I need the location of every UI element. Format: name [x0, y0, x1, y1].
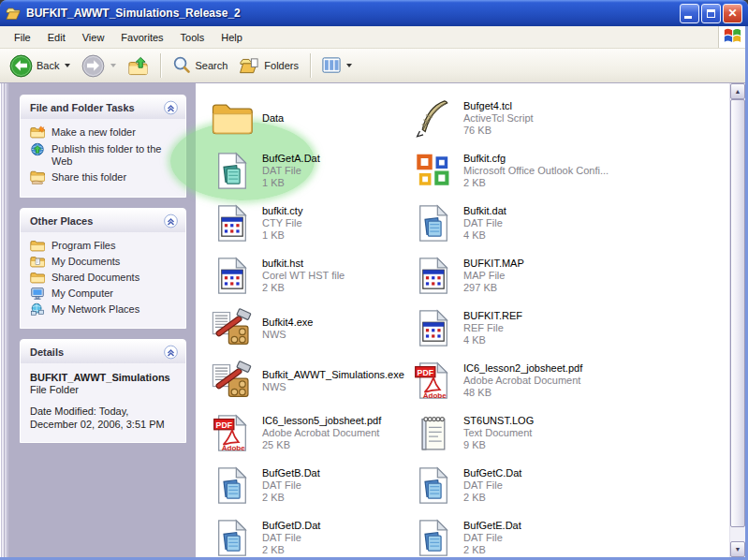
file-tile[interactable]: Bufkit4.exe NWS — [211, 302, 412, 354]
file-type: Corel WT HST file — [262, 270, 345, 282]
exe-file-icon — [211, 308, 254, 348]
sidebar-place-link[interactable]: Program Files — [30, 240, 180, 253]
forward-icon — [81, 54, 105, 78]
panel-header[interactable]: Other Places — [21, 209, 185, 232]
chevron-up-icon[interactable] — [163, 214, 179, 228]
chevron-up-icon[interactable] — [163, 345, 179, 360]
toolbar-separator — [310, 53, 311, 78]
pdf-file-icon: PDFAdobe — [412, 361, 455, 401]
file-name: bufkit.hst — [262, 258, 345, 270]
search-button[interactable]: Search — [169, 54, 231, 77]
file-column-1: Data BufGetA.Dat DAT File — [211, 93, 412, 557]
file-size: 2 KB — [463, 492, 521, 504]
forward-button[interactable] — [78, 52, 120, 80]
panel-other-places: Other Places Program Files — [20, 208, 186, 329]
toolbar: Back Search Folders — [0, 49, 745, 83]
file-tile[interactable]: ST6UNST.LOG Text Document 9 KB — [412, 407, 613, 459]
panel-title: File and Folder Tasks — [30, 102, 135, 113]
svg-text:PDF: PDF — [216, 420, 232, 430]
file-tile[interactable]: Bufget4.tcl ActiveTcl Script 76 KB — [412, 93, 613, 144]
dat-file-icon — [412, 465, 455, 506]
vertical-scrollbar[interactable]: ▲ ▼ — [729, 83, 745, 557]
file-name: BufGetB.Dat — [262, 467, 320, 479]
file-tile[interactable]: bufkit.cty CTY File 1 KB — [211, 198, 412, 249]
file-tile[interactable]: PDFAdobe IC6_lesson5_jobsheet.pdf Adobe … — [211, 407, 412, 459]
notepad-icon — [412, 413, 455, 453]
menu-item[interactable]: Edit — [39, 29, 74, 46]
sidebar-place-link[interactable]: My Documents — [30, 256, 180, 269]
panel-header[interactable]: File and Folder Tasks — [21, 96, 185, 119]
share-folder-icon — [30, 170, 46, 184]
file-name: IC6_lesson5_jobsheet.pdf — [262, 415, 381, 427]
file-name: BufGetA.Dat — [262, 153, 320, 165]
content-area: File and Folder Tasks Make a new folder — [0, 83, 745, 557]
menu-item[interactable]: View — [74, 29, 113, 46]
file-tile[interactable]: BufGetC.Dat DAT File 2 KB — [412, 460, 613, 511]
file-size: 4 KB — [463, 229, 506, 242]
file-tile[interactable]: BufGetB.Dat DAT File 2 KB — [211, 460, 412, 511]
back-dropdown-caret[interactable] — [65, 64, 70, 67]
svg-text:Adobe: Adobe — [423, 391, 447, 400]
views-button[interactable] — [318, 54, 356, 77]
file-name: Bufkit.cfg — [463, 153, 609, 165]
folder-open-icon — [6, 7, 22, 21]
file-size: 1 KB — [262, 229, 302, 242]
file-size: 4 KB — [463, 334, 522, 346]
grid-file-icon — [412, 308, 455, 348]
maximize-button[interactable] — [701, 4, 721, 23]
file-tile[interactable]: PDFAdobe IC6_lesson2_jobsheet.pdf Adobe … — [412, 355, 613, 406]
chevron-up-icon[interactable] — [163, 100, 179, 115]
sidebar-task-link[interactable]: Publish this folder to the Web — [30, 143, 180, 168]
file-tile[interactable]: BUFKIT.MAP MAP File 297 KB — [412, 250, 613, 302]
grid-file-icon — [412, 256, 455, 296]
menu-item[interactable]: Favorites — [112, 29, 171, 46]
file-size: 2 KB — [463, 177, 609, 189]
file-tile[interactable]: BufGetD.Dat DAT File 2 KB — [211, 512, 412, 557]
file-tile[interactable]: Bufkit.cfg Microsoft Office Outlook Conf… — [412, 145, 613, 197]
scroll-down-button[interactable]: ▼ — [730, 541, 745, 557]
file-type: DAT File — [463, 217, 506, 229]
window-controls: ✕ — [680, 4, 742, 23]
file-tile[interactable]: Bufkit_AWWT_Simulations.exe NWS — [211, 355, 412, 406]
maximize-icon — [707, 9, 715, 18]
panel-header[interactable]: Details — [21, 340, 185, 363]
file-tile[interactable]: BufGetE.Dat DAT File 2 KB — [412, 512, 613, 557]
sidebar-place-link[interactable]: My Network Places — [30, 303, 180, 317]
dat-file-icon — [412, 203, 455, 243]
file-name: BufGetD.Dat — [262, 520, 320, 532]
sidebar-place-link[interactable]: Shared Documents — [30, 272, 180, 285]
sidebar-task-link[interactable]: Make a new folder — [30, 126, 180, 140]
file-type: DAT File — [463, 532, 521, 544]
file-tile[interactable]: BUFKIT.REF REF File 4 KB — [412, 302, 613, 354]
folders-button[interactable]: Folders — [235, 54, 302, 78]
minimize-button[interactable] — [680, 4, 699, 23]
minimize-icon — [684, 16, 692, 19]
file-tile[interactable]: BufGetA.Dat DAT File 1 KB — [211, 145, 412, 197]
svg-text:Adobe: Adobe — [222, 444, 246, 452]
title-bar[interactable]: BUFKIT_AWWT_Simulations_Release_2 ✕ — [0, 0, 748, 26]
file-tile[interactable]: bufkit.hst Corel WT HST file 2 KB — [211, 250, 412, 302]
file-type: Microsoft Office Outlook Confi... — [463, 165, 609, 177]
search-icon — [172, 56, 191, 75]
back-button[interactable]: Back — [6, 52, 74, 80]
file-size: 297 KB — [463, 282, 524, 294]
file-tile[interactable]: Bufkit.dat DAT File 4 KB — [412, 198, 613, 249]
sidebar-place-link[interactable]: My Computer — [30, 287, 180, 301]
views-dropdown-caret[interactable] — [346, 64, 352, 67]
file-type: DAT File — [262, 479, 320, 492]
details-folder-type: File Folder — [30, 384, 178, 395]
up-button[interactable] — [124, 54, 153, 78]
menu-item[interactable]: File — [6, 29, 39, 46]
svg-text:PDF: PDF — [418, 368, 433, 377]
scroll-up-button[interactable]: ▲ — [730, 83, 745, 99]
menu-item[interactable]: Help — [213, 29, 251, 46]
file-tile[interactable]: Data — [211, 93, 412, 144]
scrollbar-thumb[interactable] — [730, 99, 745, 527]
menu-item[interactable]: Tools — [172, 29, 213, 46]
dat-file-teal-icon — [211, 151, 254, 191]
left-edge-strip — [0, 83, 8, 557]
file-size: 1 KB — [262, 177, 320, 189]
close-button[interactable]: ✕ — [723, 4, 742, 23]
new-folder-icon — [30, 125, 46, 140]
sidebar-task-link[interactable]: Share this folder — [30, 171, 180, 184]
